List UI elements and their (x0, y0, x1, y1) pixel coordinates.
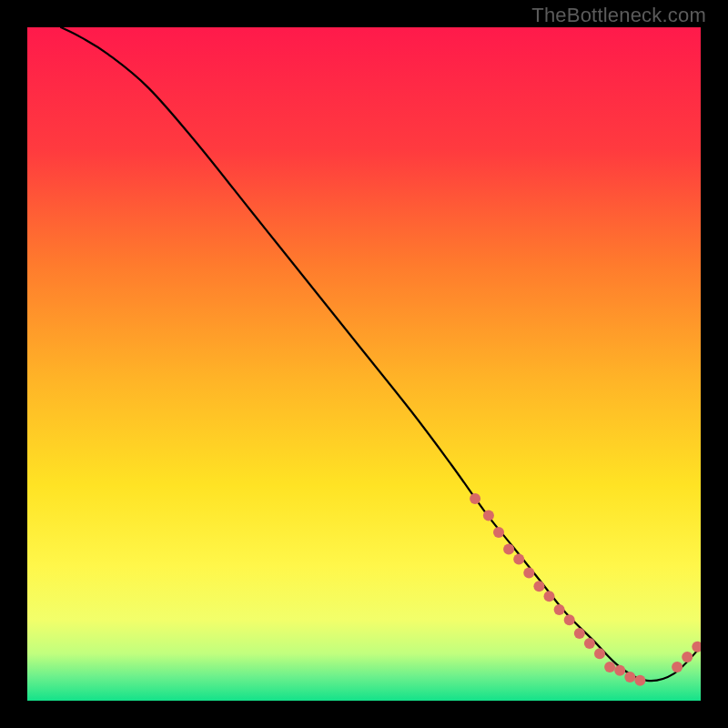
marker-dot (624, 672, 635, 682)
marker-dot (523, 567, 534, 578)
marker-dot (594, 648, 605, 659)
marker-dot (554, 604, 565, 615)
marker-dot (470, 493, 480, 504)
marker-dot (503, 544, 514, 555)
marker-dot (533, 581, 544, 592)
marker-dot (634, 675, 645, 686)
chart-svg (27, 27, 701, 701)
watermark-label: TheBottleneck.com (531, 4, 706, 27)
marker-dot (574, 628, 585, 639)
marker-dot (544, 591, 555, 602)
marker-dot (584, 638, 595, 649)
marker-dot (564, 614, 575, 625)
marker-dot (513, 554, 524, 565)
plot-area (27, 27, 701, 701)
marker-dot (614, 665, 625, 676)
chart-frame: TheBottleneck.com (0, 0, 728, 728)
marker-dot (604, 662, 615, 672)
marker-dot (682, 652, 693, 662)
gradient-background (27, 27, 701, 701)
marker-dot (483, 511, 494, 521)
marker-dot (672, 662, 682, 672)
marker-dot (493, 527, 504, 538)
